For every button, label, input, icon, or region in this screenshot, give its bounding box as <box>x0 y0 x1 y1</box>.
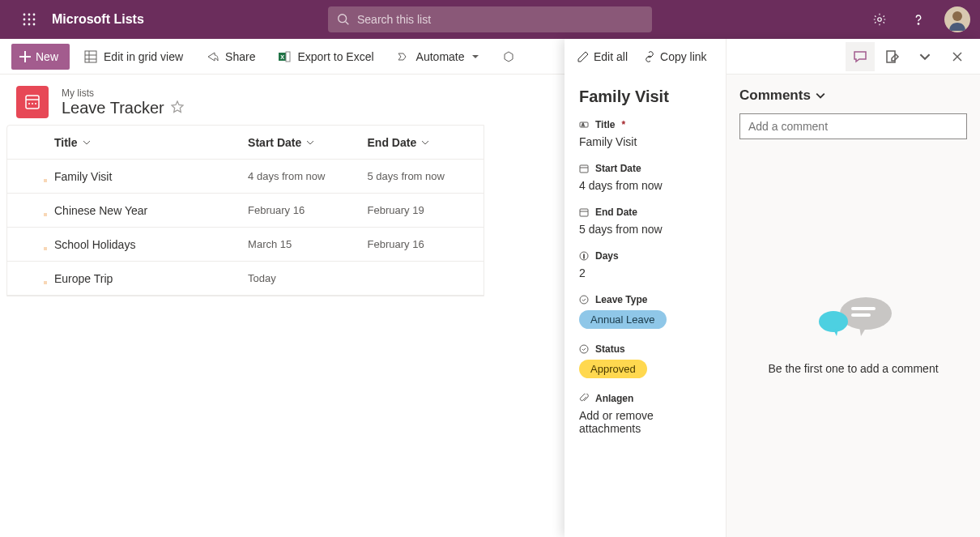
pencil-icon <box>577 51 589 62</box>
expand-icon[interactable] <box>910 42 940 71</box>
gear-icon[interactable] <box>867 6 893 32</box>
field-attachments[interactable]: Anlagen Add or remove attachments <box>579 393 711 435</box>
column-header-end[interactable]: End Date <box>368 136 484 149</box>
help-icon[interactable] <box>905 6 931 32</box>
new-button-label: New <box>36 50 58 63</box>
table-row[interactable]: Family Visit 4 days from now 5 days from… <box>7 160 484 194</box>
export-excel-button[interactable]: X Export to Excel <box>270 44 381 70</box>
favorite-star-icon[interactable] <box>171 99 184 117</box>
cell-title: School Holidays <box>7 238 248 251</box>
choice-icon <box>579 295 589 305</box>
details-toolbar: Edit all Copy link <box>565 39 726 75</box>
copy-link-button[interactable]: Copy link <box>637 44 714 70</box>
grid-icon <box>84 50 97 63</box>
comments-panel: Comments Be the first one to add a comme… <box>726 39 980 537</box>
table-row[interactable]: Europe Trip Today <box>7 262 484 296</box>
edit-grid-button[interactable]: Edit in grid view <box>76 44 191 70</box>
svg-point-9 <box>339 15 347 23</box>
cell-start: February 16 <box>248 204 367 216</box>
chevron-down-icon <box>306 139 314 147</box>
cell-start: 4 days from now <box>248 170 367 182</box>
search-input[interactable] <box>328 6 652 32</box>
svg-point-23 <box>28 103 30 104</box>
chevron-down-icon <box>421 139 429 147</box>
svg-point-0 <box>23 14 26 16</box>
list-icon <box>16 86 49 118</box>
breadcrumb[interactable]: My lists <box>62 87 184 99</box>
edit-form-icon[interactable] <box>878 42 907 71</box>
details-form: Edit all Copy link Family Visit A Title … <box>565 39 726 537</box>
leave-type-pill: Annual Leave <box>579 310 667 329</box>
cell-end: February 19 <box>368 204 484 216</box>
svg-point-13 <box>952 11 962 21</box>
svg-point-42 <box>819 311 848 332</box>
app-launcher-icon[interactable] <box>10 0 49 39</box>
share-label: Share <box>225 50 255 63</box>
field-days[interactable]: i Days 2 <box>579 250 711 279</box>
svg-point-34 <box>580 296 588 304</box>
comments-icon[interactable] <box>846 42 875 71</box>
share-icon <box>206 50 219 63</box>
close-icon[interactable] <box>943 42 972 71</box>
search-icon <box>336 12 351 30</box>
table-header-row: Title Start Date End Date <box>7 126 484 160</box>
svg-point-1 <box>28 14 31 16</box>
cell-title: Chinese New Year <box>7 204 248 217</box>
comments-heading[interactable]: Comments <box>739 87 967 104</box>
calendar-icon <box>579 207 589 217</box>
list-name-text: Leave Tracker <box>62 99 164 117</box>
new-button[interactable]: New <box>11 44 70 70</box>
empty-state: Be the first one to add a comment <box>739 139 967 524</box>
header-right <box>867 6 970 32</box>
svg-text:X: X <box>281 54 285 60</box>
item-title: Family Visit <box>579 87 711 106</box>
column-header-title[interactable]: Title <box>7 136 248 149</box>
svg-point-4 <box>28 19 31 21</box>
column-header-start[interactable]: Start Date <box>248 136 367 149</box>
link-icon <box>644 51 655 62</box>
attachment-icon <box>579 394 589 403</box>
svg-rect-14 <box>85 51 96 62</box>
svg-point-3 <box>23 19 26 21</box>
app-name: Microsoft Lists <box>52 12 144 27</box>
automate-button[interactable]: Automate <box>389 44 488 70</box>
data-table: Title Start Date End Date Family Visit 4… <box>6 125 484 296</box>
integrate-icon <box>502 50 515 63</box>
table-row[interactable]: School Holidays March 15 February 16 <box>7 228 484 262</box>
share-button[interactable]: Share <box>198 44 263 70</box>
svg-point-25 <box>35 103 36 104</box>
svg-point-35 <box>580 345 588 353</box>
cell-title: Europe Trip <box>7 272 248 285</box>
field-end-date[interactable]: End Date 5 days from now <box>579 207 711 236</box>
svg-rect-41 <box>851 313 871 317</box>
chevron-down-icon <box>83 139 91 147</box>
svg-text:i: i <box>583 254 585 259</box>
svg-point-24 <box>32 103 33 104</box>
details-panel: Edit all Copy link Family Visit A Title … <box>565 39 980 537</box>
edit-all-button[interactable]: Edit all <box>571 44 634 70</box>
field-status[interactable]: Status Approved <box>579 343 711 378</box>
empty-comments-icon <box>809 289 898 346</box>
table-row[interactable]: Chinese New Year February 16 February 19 <box>7 194 484 228</box>
svg-line-10 <box>346 22 349 25</box>
svg-point-11 <box>878 18 882 22</box>
comment-input[interactable] <box>739 113 967 139</box>
field-title[interactable]: A Title * Family Visit <box>579 119 711 148</box>
field-leave-type[interactable]: Leave Type Annual Leave <box>579 294 711 329</box>
panel-actions <box>726 39 980 75</box>
avatar[interactable] <box>944 6 970 32</box>
required-asterisk: * <box>621 119 625 130</box>
number-icon: i <box>579 251 589 261</box>
field-start-date[interactable]: Start Date 4 days from now <box>579 163 711 192</box>
list-meta: My lists Leave Tracker <box>62 87 184 117</box>
app-header: Microsoft Lists <box>0 0 980 39</box>
chevron-down-icon <box>471 53 479 61</box>
svg-rect-40 <box>851 307 876 310</box>
cell-end: 5 days from now <box>368 170 484 182</box>
page-title: Leave Tracker <box>62 99 184 117</box>
svg-rect-30 <box>580 209 588 216</box>
export-label: Export to Excel <box>297 50 373 63</box>
integrate-button[interactable] <box>494 44 523 70</box>
empty-text: Be the first one to add a comment <box>768 362 938 375</box>
comments-body: Comments Be the first one to add a comme… <box>726 75 980 537</box>
